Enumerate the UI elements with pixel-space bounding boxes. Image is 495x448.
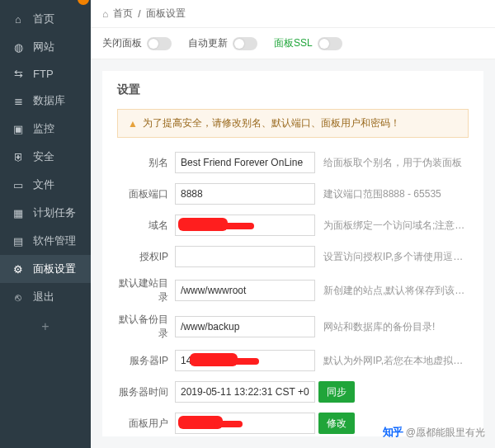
monitor-icon: ▣ — [12, 123, 25, 135]
port-input[interactable] — [175, 183, 315, 205]
settings-panel: 设置 ▲ 为了提高安全，请修改别名、默认端口、面板用户和密码！ 别名 给面板取个… — [102, 71, 483, 436]
sidebar-item-security[interactable]: ⛨安全 — [0, 143, 91, 171]
home-icon: ⌂ — [12, 13, 25, 26]
sidebar-add[interactable]: + — [0, 311, 91, 342]
modify-user-button[interactable]: 修改 — [318, 413, 355, 434]
toggle-panel-ssl: 面板SSL — [274, 36, 342, 50]
sidebar-item-label: 文件 — [33, 177, 54, 192]
sidebar-item-software[interactable]: ▤软件管理 — [0, 227, 91, 255]
sidebar-item-label: 退出 — [33, 290, 54, 304]
sidebar-item-exit[interactable]: ⎋退出 — [0, 283, 91, 311]
field-label: 默认建站目录 — [117, 276, 175, 304]
watermark: 知乎 @愿都能眼里有光 — [383, 425, 485, 440]
defbackup-input[interactable] — [175, 316, 315, 337]
sidebar-item-label: 软件管理 — [33, 233, 76, 248]
sidebar-item-label: FTP — [33, 68, 54, 80]
field-label: 面板端口 — [117, 187, 175, 201]
toolbar: 关闭面板 自动更新 面板SSL — [91, 28, 495, 59]
field-label: 服务器IP — [117, 354, 175, 368]
toggle-label: 关闭面板 — [102, 36, 142, 50]
row-defbackup: 默认备份目录 网站和数据库的备份目录! — [117, 313, 469, 341]
field-label: 别名 — [117, 156, 175, 170]
field-label: 域名 — [117, 219, 175, 233]
field-label: 服务器时间 — [117, 385, 175, 399]
sidebar-item-database[interactable]: ≣数据库 — [0, 87, 91, 115]
sidebar-item-settings[interactable]: ⚙面板设置 — [0, 255, 91, 283]
field-label: 默认备份目录 — [117, 313, 175, 341]
main: ⌂ 首页 / 面板设置 关闭面板 自动更新 面板SSL 设置 ▲ 为了提高安全，… — [91, 0, 495, 448]
defsite-input[interactable] — [175, 280, 315, 301]
sidebar-item-cron[interactable]: ▦计划任务 — [0, 199, 91, 227]
servertime-input[interactable] — [175, 381, 315, 403]
sidebar-item-monitor[interactable]: ▣监控 — [0, 115, 91, 143]
authip-input[interactable] — [175, 246, 315, 267]
sidebar-item-label: 安全 — [33, 149, 54, 164]
sidebar-item-files[interactable]: ▭文件 — [0, 171, 91, 199]
shield-icon: ⛨ — [12, 151, 25, 163]
sidebar-item-label: 网站 — [33, 40, 54, 54]
field-hint: 建议端口范围8888 - 65535 — [323, 187, 469, 201]
breadcrumb-current: 面板设置 — [146, 7, 186, 21]
sidebar-item-site[interactable]: ◍网站 — [0, 33, 91, 61]
sidebar-item-label: 首页 — [33, 12, 54, 26]
field-hint: 默认为外网IP,若您在本地虚拟机测试，请填写虚拟机内网IP! — [323, 354, 469, 368]
sidebar-item-label: 计划任务 — [33, 205, 76, 220]
row-servertime: 服务器时间 同步 — [117, 380, 469, 403]
toggle-auto-update: 自动更新 — [188, 36, 257, 50]
breadcrumb-sep: / — [138, 8, 140, 20]
zhihu-logo: 知乎 — [383, 425, 403, 440]
sync-button[interactable]: 同步 — [318, 381, 355, 403]
row-defsite: 默认建站目录 新创建的站点,默认将保存到该目录的下级目录! — [117, 276, 469, 304]
sidebar-item-label: 监控 — [33, 121, 54, 136]
toggle-close-panel: 关闭面板 — [102, 36, 172, 50]
gear-icon: ⚙ — [12, 263, 25, 276]
breadcrumb: ⌂ 首页 / 面板设置 — [91, 0, 495, 28]
security-alert: ▲ 为了提高安全，请修改别名、默认端口、面板用户和密码！ — [117, 109, 469, 138]
row-alias: 别名 给面板取个别名，用于伪装面板 — [117, 151, 469, 174]
database-icon: ≣ — [12, 95, 25, 107]
field-hint: 给面板取个别名，用于伪装面板 — [323, 156, 469, 170]
exit-icon: ⎋ — [12, 291, 25, 304]
home-icon: ⌂ — [102, 8, 108, 20]
calendar-icon: ▦ — [12, 207, 25, 219]
row-port: 面板端口 建议端口范围8888 - 65535 — [117, 182, 469, 205]
grid-icon: ▤ — [12, 235, 25, 248]
folder-icon: ▭ — [12, 179, 25, 191]
breadcrumb-home[interactable]: 首页 — [113, 7, 133, 21]
field-hint: 为面板绑定一个访问域名;注意：一旦绑定域名,只能通过域名访问面板 — [323, 219, 469, 233]
globe-icon: ◍ — [12, 41, 25, 54]
field-hint: 新创建的站点,默认将保存到该目录的下级目录! — [323, 284, 469, 298]
sidebar-item-label: 面板设置 — [33, 262, 76, 276]
sidebar-item-label: 数据库 — [33, 93, 65, 108]
row-authip: 授权IP 设置访问授权IP,多个请使用逗号(,)隔开;注意：一旦设置授权IP,只… — [117, 245, 469, 268]
toggle-label: 自动更新 — [188, 36, 228, 50]
warning-icon: ▲ — [128, 118, 138, 130]
field-hint: 设置访问授权IP,多个请使用逗号(,)隔开;注意：一旦设置授权IP,只有 — [323, 250, 469, 264]
alert-text: 为了提高安全，请修改别名、默认端口、面板用户和密码！ — [143, 116, 400, 130]
toggle-switch[interactable] — [318, 37, 342, 50]
row-domain: 域名 为面板绑定一个访问域名;注意：一旦绑定域名,只能通过域名访问面板 — [117, 214, 469, 237]
field-hint: 网站和数据库的备份目录! — [323, 320, 469, 334]
row-serverip: 服务器IP 默认为外网IP,若您在本地虚拟机测试，请填写虚拟机内网IP! — [117, 349, 469, 372]
alias-input[interactable] — [175, 152, 315, 173]
toggle-switch[interactable] — [233, 37, 257, 50]
sidebar-item-home[interactable]: ⌂首页 — [0, 5, 91, 33]
panel-title: 设置 — [117, 83, 469, 97]
field-label: 授权IP — [117, 250, 175, 264]
logo-area — [0, 0, 91, 5]
sidebar-item-ftp[interactable]: ⇆FTP — [0, 61, 91, 87]
watermark-user: @愿都能眼里有光 — [406, 426, 485, 440]
toggle-label: 面板SSL — [274, 36, 313, 50]
toggle-switch[interactable] — [147, 37, 172, 50]
sidebar: ⌂首页 ◍网站 ⇆FTP ≣数据库 ▣监控 ⛨安全 ▭文件 ▦计划任务 ▤软件管… — [0, 0, 91, 448]
field-label: 面板用户 — [117, 417, 175, 431]
ftp-icon: ⇆ — [12, 68, 25, 80]
